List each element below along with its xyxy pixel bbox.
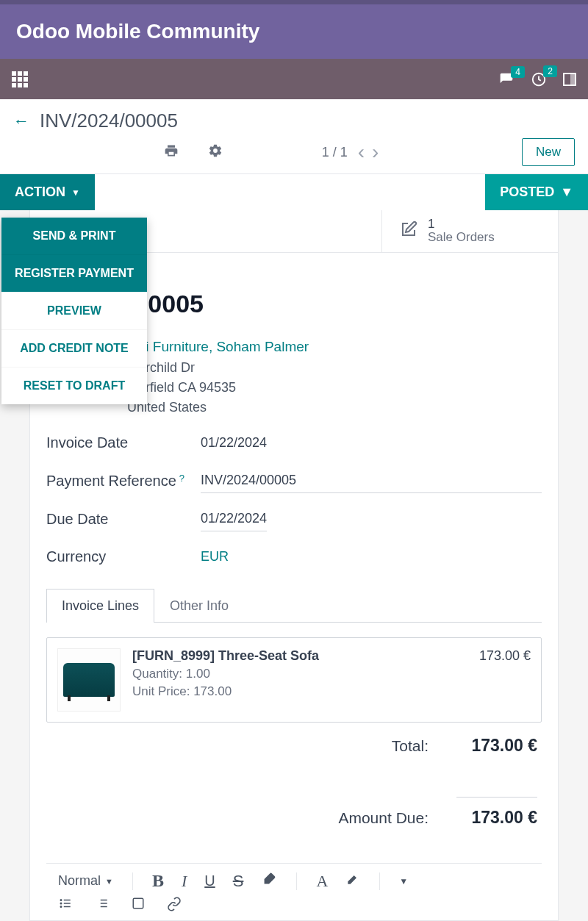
highlight-icon[interactable] bbox=[345, 872, 360, 890]
value-payment-reference[interactable]: INV/2024/00005 bbox=[201, 468, 542, 493]
amount-due-label: Amount Due: bbox=[338, 809, 429, 827]
pager: 1 / 1 ‹ › bbox=[322, 140, 379, 164]
app-banner: Odoo Mobile Community bbox=[0, 0, 588, 59]
amount-due-value: 173.00 € bbox=[456, 797, 537, 828]
sale-orders-count: 1 bbox=[428, 218, 495, 230]
doc-number: /00005 bbox=[127, 290, 542, 318]
status-posted-button[interactable]: POSTED ▼ bbox=[485, 174, 588, 210]
menu-preview[interactable]: PREVIEW bbox=[1, 292, 147, 329]
total-value: 173.00 € bbox=[456, 736, 537, 756]
editor-toolbar: Normal▼ B I U S A bbox=[46, 863, 542, 891]
caret-down-icon: ▼ bbox=[560, 184, 573, 200]
eraser-icon[interactable] bbox=[261, 871, 277, 891]
menu-add-credit-note[interactable]: ADD CREDIT NOTE bbox=[1, 329, 147, 367]
tab-other-info[interactable]: Other Info bbox=[154, 589, 244, 623]
italic-icon[interactable]: I bbox=[182, 872, 187, 891]
label-currency: Currency bbox=[46, 548, 201, 565]
checklist-icon[interactable] bbox=[132, 897, 145, 914]
underline-icon[interactable]: U bbox=[204, 872, 215, 889]
tab-invoice-lines[interactable]: Invoice Lines bbox=[46, 589, 154, 623]
editor-style-select[interactable]: Normal▼ bbox=[58, 873, 113, 889]
label-due-date: Due Date bbox=[46, 511, 201, 528]
apps-icon[interactable] bbox=[12, 71, 28, 87]
list-ul-icon[interactable] bbox=[58, 897, 73, 914]
activities-badge: 2 bbox=[543, 65, 557, 77]
more-caret-icon[interactable]: ▼ bbox=[399, 876, 408, 886]
svg-point-3 bbox=[60, 903, 62, 904]
panel-toggle-icon[interactable] bbox=[563, 73, 576, 86]
line-unit-price: Unit Price: 173.00 bbox=[132, 684, 531, 699]
customer-address: Fairchild Dr Fairfield CA 94535 United S… bbox=[127, 358, 542, 418]
product-image bbox=[57, 648, 121, 712]
value-due-date[interactable]: 01/22/2024 bbox=[201, 506, 267, 531]
breadcrumb: ← INV/2024/00005 bbox=[13, 110, 575, 132]
menu-reset-to-draft[interactable]: RESET TO DRAFT bbox=[1, 367, 147, 404]
svg-point-5 bbox=[60, 906, 62, 908]
customer-link[interactable]: nini Furniture, Soham Palmer bbox=[127, 339, 542, 355]
line-quantity: Quantity: 1.00 bbox=[132, 667, 531, 681]
total-label: Total: bbox=[392, 737, 429, 755]
line-amount: 173.00 € bbox=[479, 648, 531, 664]
messages-badge: 4 bbox=[511, 66, 525, 78]
messages-icon[interactable]: 4 bbox=[498, 72, 514, 87]
activities-icon[interactable]: 2 bbox=[531, 71, 547, 87]
back-arrow-icon[interactable]: ← bbox=[13, 112, 29, 131]
line-product-name: [FURN_8999] Three-Seat Sofa bbox=[132, 648, 319, 664]
edit-icon bbox=[400, 221, 417, 243]
print-icon[interactable] bbox=[164, 143, 179, 161]
svg-point-1 bbox=[60, 900, 62, 901]
pager-text: 1 / 1 bbox=[322, 145, 348, 160]
pager-prev-icon[interactable]: ‹ bbox=[358, 140, 365, 164]
menu-register-payment[interactable]: REGISTER PAYMENT bbox=[1, 254, 147, 292]
bold-icon[interactable]: B bbox=[152, 871, 164, 891]
smart-button-sale-orders[interactable]: 1 Sale Orders bbox=[381, 210, 558, 252]
pager-next-icon[interactable]: › bbox=[372, 140, 379, 164]
label-invoice-date: Invoice Date bbox=[46, 434, 201, 451]
font-color-icon[interactable]: A bbox=[316, 872, 328, 891]
gear-icon[interactable] bbox=[208, 143, 223, 161]
strikethrough-icon[interactable]: S bbox=[233, 872, 244, 891]
value-currency[interactable]: EUR bbox=[201, 545, 542, 569]
app-title: Odoo Mobile Community bbox=[16, 20, 259, 43]
caret-down-icon: ▼ bbox=[71, 187, 80, 198]
action-dropdown-menu: SEND & PRINT REGISTER PAYMENT PREVIEW AD… bbox=[1, 218, 147, 404]
label-payment-reference: Payment Reference? bbox=[46, 473, 201, 490]
doc-type-label: ce bbox=[127, 268, 542, 287]
action-dropdown-button[interactable]: ACTION ▼ bbox=[0, 174, 95, 210]
breadcrumb-title: INV/2024/00005 bbox=[40, 110, 178, 132]
svg-rect-10 bbox=[133, 898, 143, 909]
invoice-line[interactable]: [FURN_8999] Three-Seat Sofa 173.00 € Qua… bbox=[46, 637, 542, 723]
list-ol-icon[interactable] bbox=[95, 897, 110, 914]
tabs: Invoice Lines Other Info bbox=[46, 588, 542, 623]
menu-send-print[interactable]: SEND & PRINT bbox=[1, 218, 147, 254]
topbar: 4 2 bbox=[0, 59, 588, 99]
link-icon[interactable] bbox=[167, 897, 182, 914]
new-button[interactable]: New bbox=[522, 138, 575, 166]
help-icon[interactable]: ? bbox=[179, 473, 184, 484]
value-invoice-date[interactable]: 01/22/2024 bbox=[201, 431, 267, 455]
sale-orders-label: Sale Orders bbox=[428, 230, 495, 245]
